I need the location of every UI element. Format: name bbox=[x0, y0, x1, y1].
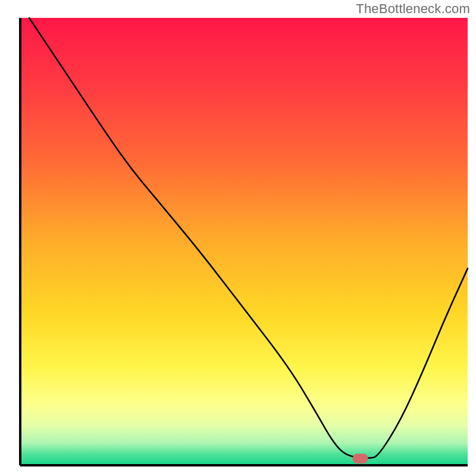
plot-background bbox=[20, 18, 468, 465]
chart-frame: TheBottleneck.com bbox=[0, 0, 476, 476]
optimal-marker bbox=[352, 453, 368, 464]
bottleneck-chart bbox=[0, 0, 476, 476]
watermark-label: TheBottleneck.com bbox=[356, 1, 470, 17]
